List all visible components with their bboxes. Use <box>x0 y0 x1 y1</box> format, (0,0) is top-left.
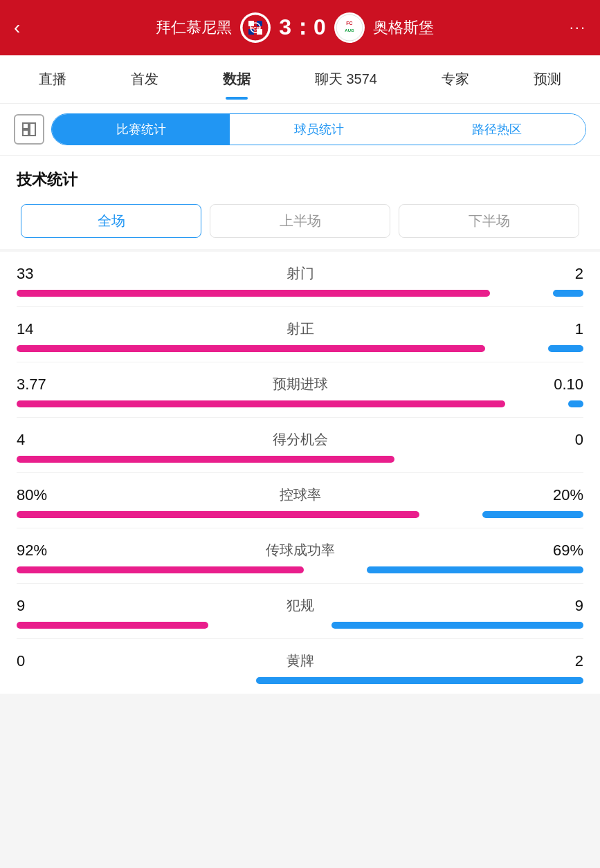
stat-bars <box>17 456 583 463</box>
section-title: 技术统计 <box>0 156 600 197</box>
stat-row: 0黄牌2 <box>17 639 583 694</box>
stat-right-value: 2 <box>528 265 583 283</box>
layout-icon[interactable] <box>14 114 44 145</box>
stat-right-value: 0 <box>528 431 583 449</box>
stat-bar-right <box>367 566 583 573</box>
stat-bars <box>17 622 583 629</box>
away-team-name: 奥格斯堡 <box>373 17 434 38</box>
stat-right-value: 2 <box>528 652 583 670</box>
stat-bar-left <box>17 400 505 407</box>
svg-rect-10 <box>23 123 28 129</box>
tab-expert[interactable]: 专家 <box>436 55 475 104</box>
more-button[interactable]: ··· <box>570 19 586 37</box>
sub-tab-player-stats[interactable]: 球员统计 <box>230 114 408 145</box>
period-second-half[interactable]: 下半场 <box>399 204 579 238</box>
svg-text:AUG: AUG <box>345 28 354 33</box>
stat-bar-right <box>548 345 583 352</box>
stat-left-value: 33 <box>17 265 72 283</box>
tab-lineup[interactable]: 首发 <box>125 55 164 104</box>
sub-nav-tabs: 比赛统计 球员统计 路径热区 <box>51 113 586 145</box>
stat-left-value: 0 <box>17 652 72 670</box>
stat-left-value: 3.77 <box>17 376 72 394</box>
stat-bar-right <box>256 677 583 684</box>
stat-left-value: 14 <box>17 320 72 338</box>
stat-right-value: 9 <box>528 597 583 615</box>
svg-text:FCB: FCB <box>251 26 260 31</box>
stat-row: 80%控球率20% <box>17 473 583 528</box>
stat-bars <box>17 345 583 352</box>
sub-nav: 比赛统计 球员统计 路径热区 <box>0 104 600 156</box>
stat-bars <box>17 400 583 407</box>
sub-tab-heatmap[interactable]: 路径热区 <box>408 114 585 145</box>
stat-bar-left <box>17 566 304 573</box>
match-header: ‹ 拜仁慕尼黑 FCB 3：0 FC AUG 奥格斯堡 ··· <box>0 0 600 55</box>
stat-label: 射正 <box>72 320 528 338</box>
stat-bar-right <box>553 290 583 297</box>
home-team-logo: FCB <box>240 12 271 43</box>
stat-label: 控球率 <box>72 486 528 504</box>
stat-row: 9犯规9 <box>17 584 583 639</box>
stat-right-value: 1 <box>528 320 583 338</box>
sub-tab-match-stats[interactable]: 比赛统计 <box>52 114 230 145</box>
stat-label: 犯规 <box>72 596 528 615</box>
stat-left-value: 92% <box>17 542 72 560</box>
stat-bar-left <box>17 622 208 629</box>
away-team-logo: FC AUG <box>334 12 365 43</box>
stat-bar-left <box>17 345 485 352</box>
stat-label: 传球成功率 <box>72 541 528 560</box>
stat-row: 92%传球成功率69% <box>17 528 583 584</box>
svg-text:FC: FC <box>346 21 352 26</box>
stat-bars <box>17 290 583 297</box>
match-info: 拜仁慕尼黑 FCB 3：0 FC AUG 奥格斯堡 <box>20 12 569 43</box>
stat-right-value: 69% <box>528 542 583 560</box>
match-score: 3：0 <box>279 12 326 43</box>
stat-bars <box>17 511 583 518</box>
tab-live[interactable]: 直播 <box>33 55 72 104</box>
stat-row: 14射正1 <box>17 307 583 362</box>
stat-bar-left <box>17 456 394 463</box>
stat-bar-left <box>17 290 490 297</box>
stat-right-value: 20% <box>528 486 583 504</box>
stat-bars <box>17 677 583 684</box>
stat-left-value: 9 <box>17 597 72 615</box>
back-button[interactable]: ‹ <box>14 17 20 39</box>
svg-rect-11 <box>23 130 28 136</box>
stat-label: 黄牌 <box>72 652 528 670</box>
svg-rect-12 <box>30 123 35 136</box>
period-first-half[interactable]: 上半场 <box>210 204 390 238</box>
stat-bars <box>17 566 583 573</box>
tab-predict[interactable]: 预测 <box>528 55 567 104</box>
stat-row: 4得分机会0 <box>17 418 583 473</box>
main-nav: 直播 首发 数据 聊天 3574 专家 预测 <box>0 55 600 104</box>
period-full[interactable]: 全场 <box>21 204 201 238</box>
stat-left-value: 80% <box>17 486 72 504</box>
home-team-name: 拜仁慕尼黑 <box>156 17 232 38</box>
stat-row: 33射门2 <box>17 252 583 307</box>
svg-point-7 <box>336 15 363 41</box>
tab-chat[interactable]: 聊天 3574 <box>309 55 383 104</box>
stat-bar-left <box>17 511 419 518</box>
stat-bar-right <box>331 622 583 629</box>
stat-bar-right <box>568 400 583 407</box>
period-selector: 全场 上半场 下半场 <box>0 197 600 249</box>
stat-bar-right <box>482 511 583 518</box>
tab-stats[interactable]: 数据 <box>217 55 256 104</box>
stat-right-value: 0.10 <box>528 376 583 394</box>
stat-label: 射门 <box>72 264 528 283</box>
stats-container: 33射门214射正13.77预期进球0.104得分机会080%控球率20%92%… <box>0 252 600 694</box>
stat-label: 得分机会 <box>72 430 528 449</box>
stat-label: 预期进球 <box>72 375 528 394</box>
stat-left-value: 4 <box>17 431 72 449</box>
stat-row: 3.77预期进球0.10 <box>17 362 583 418</box>
